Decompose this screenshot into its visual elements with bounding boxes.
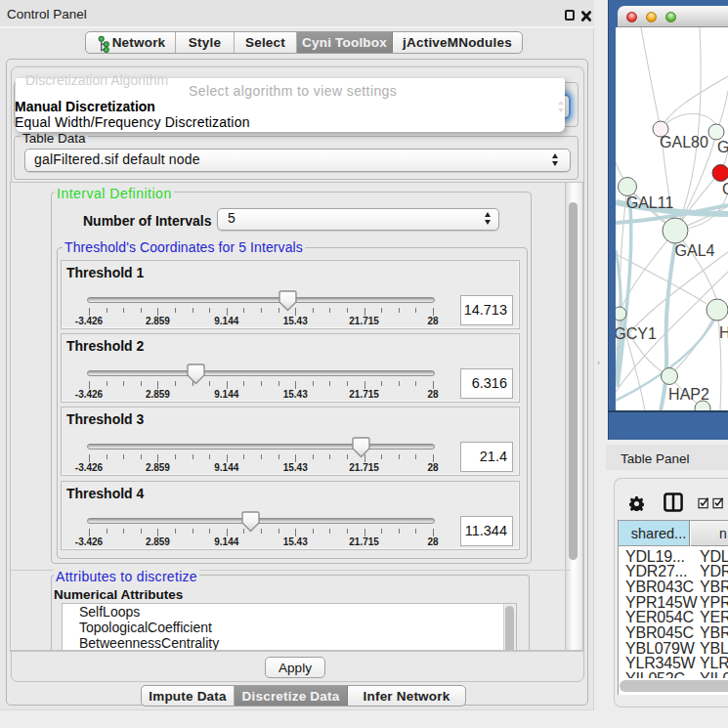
svg-text:GAL: GAL	[717, 139, 728, 155]
svg-text:H: H	[719, 324, 728, 341]
svg-text:C: C	[722, 181, 728, 197]
svg-text:GAL11: GAL11	[626, 194, 674, 211]
svg-text:GCY1: GCY1	[616, 325, 657, 342]
svg-text:GAL4: GAL4	[675, 242, 715, 259]
svg-text:HAP2: HAP2	[668, 386, 709, 403]
svg-text:GAL80: GAL80	[660, 134, 708, 150]
